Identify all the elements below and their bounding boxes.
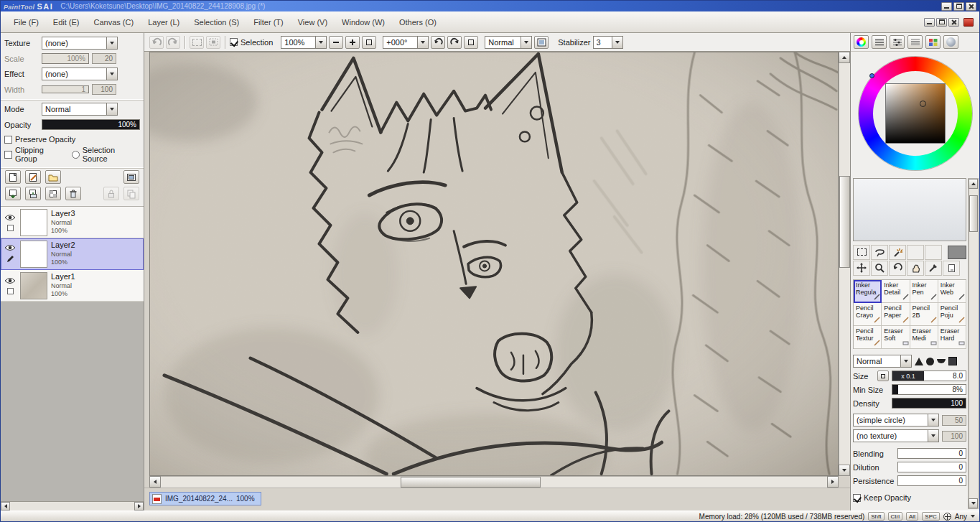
brush-tip-square-icon[interactable] <box>948 357 957 365</box>
size-multiplier[interactable]: x 0.1 <box>892 371 924 381</box>
scroll-right-button[interactable] <box>827 476 839 488</box>
magic-wand-tool[interactable] <box>889 245 906 260</box>
brush-inker-web[interactable]: InkerWeb <box>938 280 966 303</box>
zoom-out-button[interactable] <box>329 36 343 49</box>
minimize-button[interactable] <box>941 2 952 11</box>
close-button[interactable] <box>966 2 976 11</box>
brush-eraser-medium[interactable]: EraserMedi <box>910 326 938 349</box>
brush-shape-dropdown[interactable]: (simple circle) <box>853 414 939 427</box>
transfer-down-button[interactable] <box>5 187 21 200</box>
zoom-combo[interactable]: 100% <box>281 36 327 49</box>
new-view-button[interactable] <box>534 36 549 49</box>
empty-tool-slot[interactable] <box>907 245 924 260</box>
document-tab[interactable]: IMG_20140822_24... 100% <box>149 492 261 505</box>
zoom-tool[interactable] <box>871 261 888 276</box>
hand-tool[interactable] <box>907 261 924 276</box>
key-alt[interactable]: Alt <box>906 512 918 521</box>
input-mode-dropdown-arrow[interactable] <box>971 515 975 518</box>
dropdown-arrow-icon[interactable] <box>928 414 938 426</box>
scroll-right-button[interactable] <box>134 502 144 511</box>
layer-thumbnail[interactable] <box>20 272 47 299</box>
brush-tip-triangle-icon[interactable] <box>915 358 923 365</box>
new-layer-button[interactable] <box>5 170 21 184</box>
rotate-canvas-tool[interactable] <box>889 261 906 276</box>
keep-opacity-checkbox[interactable]: Keep Opacity <box>853 493 911 502</box>
menu-file[interactable]: File (F) <box>6 16 46 29</box>
right-panel-scrollbar[interactable] <box>968 178 979 509</box>
lock-layer-button[interactable] <box>103 187 119 200</box>
persistence-slider[interactable]: 0 <box>897 475 966 486</box>
dropdown-arrow-icon[interactable] <box>106 103 117 115</box>
swatches-area[interactable] <box>853 178 966 241</box>
duplicate-layer-button[interactable] <box>123 187 139 200</box>
maximize-button[interactable] <box>953 2 964 11</box>
page-options-button[interactable] <box>943 261 960 276</box>
brush-pencil-2b[interactable]: Pencil2B <box>910 303 938 326</box>
selection-source-radio[interactable]: Selection Source <box>72 146 140 163</box>
new-folder-button[interactable] <box>45 170 61 184</box>
layer-row-layer1[interactable]: Layer1 Normal 100% <box>1 270 144 302</box>
brush-pencil-crayon[interactable]: PencilCrayo <box>854 303 882 326</box>
layer-thumbnail[interactable] <box>20 241 47 268</box>
blending-slider[interactable]: 0 <box>897 448 966 459</box>
angle-combo[interactable]: +000° <box>383 36 429 49</box>
brush-pencil-paper[interactable]: PencilPaper <box>882 303 910 326</box>
width-slider[interactable]: 1 <box>42 85 89 93</box>
layer-mode-dropdown[interactable]: Normal <box>42 103 118 116</box>
brush-inker-regular[interactable]: InkerRegula <box>854 280 882 303</box>
new-linework-layer-button[interactable] <box>25 170 41 184</box>
dilution-slider[interactable]: 0 <box>897 462 966 472</box>
scroll-down-button[interactable] <box>969 498 978 508</box>
selection-toolbar-checkbox[interactable]: Selection <box>230 38 273 47</box>
brush-texture-dropdown[interactable]: (no texture) <box>853 429 939 442</box>
mixer-panel-button[interactable] <box>907 35 923 49</box>
scratchpad-panel-button[interactable] <box>943 35 958 49</box>
zoom-reset-button[interactable] <box>362 36 376 49</box>
rect-select-tool[interactable] <box>853 245 870 260</box>
scale-slider[interactable]: 100% <box>42 53 89 64</box>
vertical-scroll-thumb[interactable] <box>839 176 850 269</box>
scroll-thumb[interactable] <box>969 195 978 233</box>
brush-eraser-hard[interactable]: EraserHard <box>938 326 966 349</box>
size-slider[interactable]: x 0.1 8.0 <box>892 370 966 381</box>
key-ctrl[interactable]: Ctrl <box>888 512 902 521</box>
menu-layer[interactable]: Layer (L) <box>141 16 187 29</box>
visibility-eye-icon[interactable] <box>4 214 16 223</box>
hsv-slider-panel-button[interactable] <box>890 35 905 49</box>
layer-panel-scrollbar[interactable] <box>1 501 144 511</box>
layer-checkbox[interactable] <box>7 225 14 231</box>
layer-checkbox[interactable] <box>7 288 14 294</box>
invert-selection-button[interactable] <box>206 36 220 49</box>
move-tool[interactable] <box>853 261 870 276</box>
layer-opacity-slider[interactable]: 100% <box>42 119 140 130</box>
scroll-left-button[interactable] <box>1 502 10 511</box>
zoom-in-button[interactable] <box>345 36 360 49</box>
rotate-cw-button[interactable] <box>447 36 462 49</box>
redo-button[interactable] <box>166 36 180 49</box>
min-size-slider[interactable]: 8% <box>892 384 966 395</box>
framed-paper-button[interactable] <box>123 170 139 184</box>
canvas-viewport[interactable] <box>149 52 839 476</box>
dropdown-arrow-icon[interactable] <box>521 37 531 48</box>
effect-dropdown[interactable]: (none) <box>42 67 118 80</box>
key-shift[interactable]: Shft <box>868 512 884 521</box>
clear-layer-button[interactable] <box>45 187 61 200</box>
color-wheel-panel-button[interactable] <box>854 35 869 49</box>
view-mode-combo[interactable]: Normal <box>485 36 532 49</box>
deselect-button[interactable] <box>190 36 204 49</box>
dropdown-arrow-icon[interactable] <box>106 68 117 80</box>
undo-button[interactable] <box>149 36 164 49</box>
brush-eraser-soft[interactable]: EraserSoft <box>882 326 910 349</box>
scroll-up-button[interactable] <box>969 179 978 189</box>
saturation-value-box[interactable] <box>885 83 946 144</box>
layer-row-layer2-selected[interactable]: Layer2 Normal 100% <box>1 238 144 270</box>
canvas-horizontal-scrollbar[interactable] <box>149 476 839 488</box>
size-unit-button[interactable] <box>877 370 889 381</box>
color-cursor[interactable] <box>920 101 926 107</box>
menu-selection[interactable]: Selection (S) <box>187 16 246 29</box>
scroll-down-button[interactable] <box>839 465 850 476</box>
key-space[interactable]: SPC <box>922 512 939 521</box>
dropdown-arrow-icon[interactable] <box>315 37 326 48</box>
menu-view[interactable]: View (V) <box>291 16 335 29</box>
merge-down-button[interactable] <box>25 187 41 200</box>
